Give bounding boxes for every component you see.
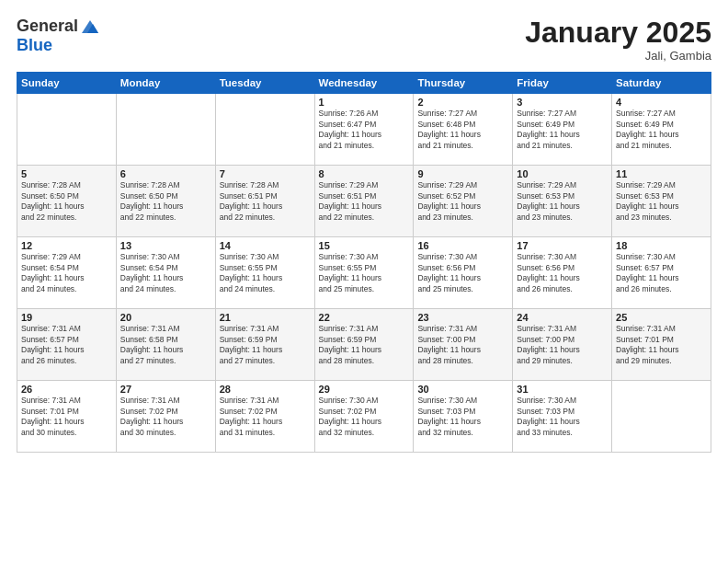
- col-saturday: Saturday: [612, 73, 711, 94]
- table-row: 6Sunrise: 7:28 AMSunset: 6:50 PMDaylight…: [116, 166, 215, 237]
- day-info: Sunrise: 7:31 AMSunset: 6:59 PMDaylight:…: [220, 324, 311, 366]
- table-row: 9Sunrise: 7:29 AMSunset: 6:52 PMDaylight…: [414, 166, 513, 237]
- day-info: Sunrise: 7:30 AMSunset: 6:56 PMDaylight:…: [517, 252, 608, 294]
- day-number: 12: [21, 240, 112, 251]
- month-title: January 2025: [525, 17, 711, 49]
- day-info: Sunrise: 7:29 AMSunset: 6:53 PMDaylight:…: [517, 180, 608, 223]
- day-number: 3: [517, 97, 608, 108]
- location: Jali, Gambia: [525, 49, 711, 63]
- logo-blue: Blue: [17, 37, 100, 55]
- table-row: 31Sunrise: 7:30 AMSunset: 7:03 PMDayligh…: [513, 381, 612, 453]
- day-number: 4: [616, 97, 707, 108]
- page: General Blue January 2025 Jali, Gambia S…: [0, 0, 728, 563]
- table-row: 30Sunrise: 7:30 AMSunset: 7:03 PMDayligh…: [414, 381, 513, 453]
- table-row: 22Sunrise: 7:31 AMSunset: 6:59 PMDayligh…: [314, 309, 414, 381]
- table-row: 29Sunrise: 7:30 AMSunset: 7:02 PMDayligh…: [314, 381, 414, 453]
- day-info: Sunrise: 7:30 AMSunset: 7:03 PMDaylight:…: [517, 396, 608, 438]
- table-row: 4Sunrise: 7:27 AMSunset: 6:49 PMDaylight…: [612, 94, 711, 166]
- day-info: Sunrise: 7:30 AMSunset: 6:54 PMDaylight:…: [120, 252, 211, 294]
- header: General Blue January 2025 Jali, Gambia: [17, 17, 711, 63]
- day-number: 21: [220, 312, 311, 323]
- table-row: [17, 94, 117, 166]
- table-row: 10Sunrise: 7:29 AMSunset: 6:53 PMDayligh…: [513, 166, 612, 237]
- table-row: 3Sunrise: 7:27 AMSunset: 6:49 PMDaylight…: [513, 94, 612, 166]
- table-row: [215, 94, 314, 166]
- calendar-week-row: 5Sunrise: 7:28 AMSunset: 6:50 PMDaylight…: [17, 166, 711, 237]
- day-number: 31: [517, 384, 608, 395]
- day-info: Sunrise: 7:28 AMSunset: 6:50 PMDaylight:…: [120, 180, 211, 223]
- table-row: 8Sunrise: 7:29 AMSunset: 6:51 PMDaylight…: [314, 166, 414, 237]
- col-friday: Friday: [513, 73, 612, 94]
- calendar-week-row: 12Sunrise: 7:29 AMSunset: 6:54 PMDayligh…: [17, 237, 711, 309]
- day-number: 19: [21, 312, 112, 323]
- table-row: 12Sunrise: 7:29 AMSunset: 6:54 PMDayligh…: [17, 237, 117, 309]
- day-number: 5: [21, 168, 112, 179]
- calendar-week-row: 19Sunrise: 7:31 AMSunset: 6:57 PMDayligh…: [17, 309, 711, 381]
- col-wednesday: Wednesday: [314, 73, 414, 94]
- day-number: 24: [517, 312, 608, 323]
- day-info: Sunrise: 7:29 AMSunset: 6:52 PMDaylight:…: [417, 180, 508, 223]
- table-row: 13Sunrise: 7:30 AMSunset: 6:54 PMDayligh…: [116, 237, 215, 309]
- day-number: 17: [517, 240, 608, 251]
- calendar-week-row: 1Sunrise: 7:26 AMSunset: 6:47 PMDaylight…: [17, 94, 711, 166]
- calendar-header-row: Sunday Monday Tuesday Wednesday Thursday…: [17, 73, 711, 94]
- col-tuesday: Tuesday: [215, 73, 314, 94]
- day-number: 28: [220, 384, 311, 395]
- table-row: 7Sunrise: 7:28 AMSunset: 6:51 PMDaylight…: [215, 166, 314, 237]
- day-info: Sunrise: 7:31 AMSunset: 6:58 PMDaylight:…: [120, 324, 211, 366]
- day-info: Sunrise: 7:30 AMSunset: 6:57 PMDaylight:…: [616, 252, 707, 294]
- day-info: Sunrise: 7:30 AMSunset: 6:55 PMDaylight:…: [319, 252, 410, 294]
- table-row: [116, 94, 215, 166]
- col-thursday: Thursday: [414, 73, 513, 94]
- day-number: 7: [220, 168, 311, 179]
- day-info: Sunrise: 7:27 AMSunset: 6:48 PMDaylight:…: [417, 109, 508, 151]
- day-info: Sunrise: 7:31 AMSunset: 6:59 PMDaylight:…: [319, 324, 410, 366]
- day-info: Sunrise: 7:30 AMSunset: 6:56 PMDaylight:…: [417, 252, 508, 294]
- logo-icon: [80, 17, 100, 37]
- day-number: 27: [120, 384, 211, 395]
- table-row: 28Sunrise: 7:31 AMSunset: 7:02 PMDayligh…: [215, 381, 314, 453]
- day-number: 18: [616, 240, 707, 251]
- day-info: Sunrise: 7:27 AMSunset: 6:49 PMDaylight:…: [616, 109, 707, 151]
- day-info: Sunrise: 7:31 AMSunset: 7:02 PMDaylight:…: [120, 396, 211, 438]
- table-row: 18Sunrise: 7:30 AMSunset: 6:57 PMDayligh…: [612, 237, 711, 309]
- day-info: Sunrise: 7:31 AMSunset: 7:02 PMDaylight:…: [220, 396, 311, 438]
- day-info: Sunrise: 7:30 AMSunset: 7:02 PMDaylight:…: [319, 396, 410, 438]
- table-row: 20Sunrise: 7:31 AMSunset: 6:58 PMDayligh…: [116, 309, 215, 381]
- day-info: Sunrise: 7:26 AMSunset: 6:47 PMDaylight:…: [319, 109, 410, 151]
- col-monday: Monday: [116, 73, 215, 94]
- day-number: 13: [120, 240, 211, 251]
- table-row: 1Sunrise: 7:26 AMSunset: 6:47 PMDaylight…: [314, 94, 414, 166]
- day-info: Sunrise: 7:28 AMSunset: 6:50 PMDaylight:…: [21, 180, 112, 223]
- day-number: 26: [21, 384, 112, 395]
- day-info: Sunrise: 7:31 AMSunset: 7:01 PMDaylight:…: [616, 324, 707, 366]
- table-row: 19Sunrise: 7:31 AMSunset: 6:57 PMDayligh…: [17, 309, 117, 381]
- day-info: Sunrise: 7:29 AMSunset: 6:53 PMDaylight:…: [616, 180, 707, 223]
- table-row: 16Sunrise: 7:30 AMSunset: 6:56 PMDayligh…: [414, 237, 513, 309]
- day-info: Sunrise: 7:31 AMSunset: 7:01 PMDaylight:…: [21, 396, 112, 438]
- day-number: 22: [319, 312, 410, 323]
- table-row: 26Sunrise: 7:31 AMSunset: 7:01 PMDayligh…: [17, 381, 117, 453]
- day-info: Sunrise: 7:30 AMSunset: 7:03 PMDaylight:…: [417, 396, 508, 438]
- table-row: 5Sunrise: 7:28 AMSunset: 6:50 PMDaylight…: [17, 166, 117, 237]
- day-info: Sunrise: 7:31 AMSunset: 7:00 PMDaylight:…: [517, 324, 608, 366]
- logo: General Blue: [17, 17, 100, 55]
- day-info: Sunrise: 7:29 AMSunset: 6:54 PMDaylight:…: [21, 252, 112, 294]
- day-info: Sunrise: 7:28 AMSunset: 6:51 PMDaylight:…: [220, 180, 311, 223]
- day-number: 1: [319, 97, 410, 108]
- day-number: 2: [417, 97, 508, 108]
- day-number: 10: [517, 168, 608, 179]
- day-info: Sunrise: 7:31 AMSunset: 6:57 PMDaylight:…: [21, 324, 112, 366]
- logo-general: General: [17, 17, 78, 36]
- table-row: 24Sunrise: 7:31 AMSunset: 7:00 PMDayligh…: [513, 309, 612, 381]
- col-sunday: Sunday: [17, 73, 117, 94]
- day-number: 29: [319, 384, 410, 395]
- day-number: 8: [319, 168, 410, 179]
- table-row: 15Sunrise: 7:30 AMSunset: 6:55 PMDayligh…: [314, 237, 414, 309]
- calendar-week-row: 26Sunrise: 7:31 AMSunset: 7:01 PMDayligh…: [17, 381, 711, 453]
- table-row: 14Sunrise: 7:30 AMSunset: 6:55 PMDayligh…: [215, 237, 314, 309]
- day-number: 14: [220, 240, 311, 251]
- day-info: Sunrise: 7:31 AMSunset: 7:00 PMDaylight:…: [417, 324, 508, 366]
- day-number: 25: [616, 312, 707, 323]
- day-number: 16: [417, 240, 508, 251]
